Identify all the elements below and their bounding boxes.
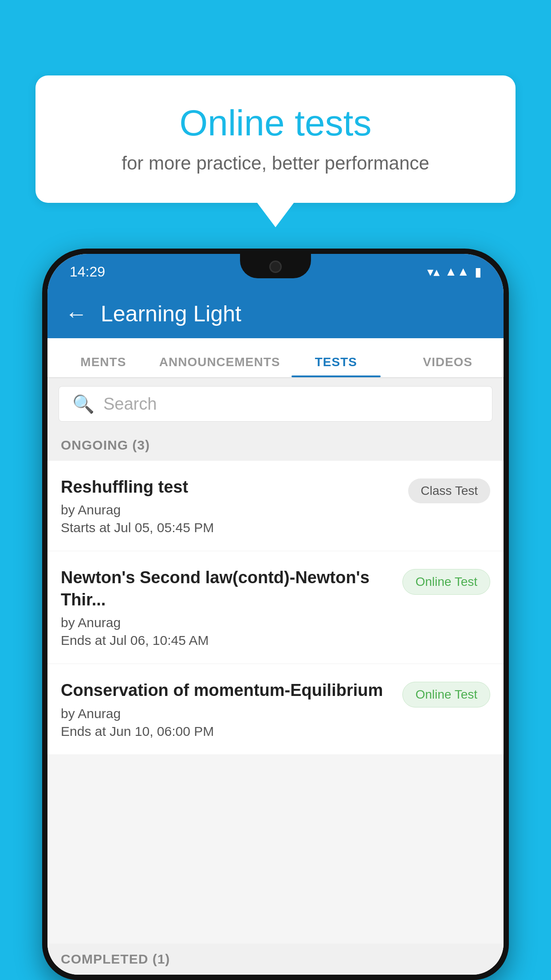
completed-label: COMPLETED (1) bbox=[61, 952, 170, 966]
battery-icon: ▮ bbox=[475, 265, 481, 279]
search-input[interactable]: Search bbox=[103, 395, 157, 414]
bubble-subtitle: for more practice, better performance bbox=[62, 153, 489, 174]
test-badge-2: Online Test bbox=[402, 569, 490, 595]
app-bar: ← Learning Light bbox=[47, 289, 504, 338]
search-bar[interactable]: 🔍 Search bbox=[59, 386, 492, 422]
test-date-1: Starts at Jul 05, 05:45 PM bbox=[61, 520, 399, 535]
status-bar: 14:29 ▾▴ ▲▲ ▮ bbox=[47, 254, 504, 289]
test-name-2: Newton's Second law(contd)-Newton's Thir… bbox=[61, 567, 394, 611]
signal-icon: ▲▲ bbox=[445, 265, 469, 279]
search-icon: 🔍 bbox=[72, 394, 94, 415]
test-name-3: Conservation of momentum-Equilibrium bbox=[61, 680, 394, 701]
search-container: 🔍 Search bbox=[47, 378, 504, 430]
test-date-2: Ends at Jul 06, 10:45 AM bbox=[61, 633, 394, 648]
test-badge-3: Online Test bbox=[402, 682, 490, 707]
wifi-icon: ▾▴ bbox=[427, 265, 440, 279]
bubble-title: Online tests bbox=[62, 102, 489, 144]
test-item-2[interactable]: Newton's Second law(contd)-Newton's Thir… bbox=[47, 551, 504, 664]
ongoing-section-header: ONGOING (3) bbox=[47, 430, 504, 461]
camera bbox=[269, 261, 282, 273]
app-title: Learning Light bbox=[101, 301, 241, 327]
tab-announcements[interactable]: ANNOUNCEMENTS bbox=[159, 355, 280, 377]
phone-notch bbox=[240, 254, 311, 278]
tab-videos[interactable]: VIDEOS bbox=[392, 355, 504, 377]
back-button[interactable]: ← bbox=[65, 303, 87, 325]
test-badge-1: Class Test bbox=[408, 478, 490, 503]
tab-tests[interactable]: TESTS bbox=[280, 355, 392, 377]
completed-section-header: COMPLETED (1) bbox=[47, 944, 504, 975]
phone-screen: 14:29 ▾▴ ▲▲ ▮ ← Learning Light MENTS ANN… bbox=[47, 254, 504, 975]
test-author-1: by Anurag bbox=[61, 502, 399, 518]
test-author-3: by Anurag bbox=[61, 706, 394, 721]
ongoing-label: ONGOING (3) bbox=[61, 438, 150, 452]
test-date-3: Ends at Jun 10, 06:00 PM bbox=[61, 724, 394, 739]
test-author-2: by Anurag bbox=[61, 615, 394, 630]
status-icons: ▾▴ ▲▲ ▮ bbox=[427, 265, 481, 279]
test-info-2: Newton's Second law(contd)-Newton's Thir… bbox=[61, 567, 402, 648]
test-item-3[interactable]: Conservation of momentum-Equilibrium by … bbox=[47, 664, 504, 755]
speech-bubble: Online tests for more practice, better p… bbox=[35, 75, 516, 203]
test-item-1[interactable]: Reshuffling test by Anurag Starts at Jul… bbox=[47, 461, 504, 551]
test-info-3: Conservation of momentum-Equilibrium by … bbox=[61, 680, 402, 739]
test-list: Reshuffling test by Anurag Starts at Jul… bbox=[47, 461, 504, 755]
phone-frame: 14:29 ▾▴ ▲▲ ▮ ← Learning Light MENTS ANN… bbox=[42, 249, 509, 980]
tab-assignments[interactable]: MENTS bbox=[47, 355, 159, 377]
tabs-bar: MENTS ANNOUNCEMENTS TESTS VIDEOS bbox=[47, 338, 504, 378]
status-time: 14:29 bbox=[70, 264, 105, 280]
test-name-1: Reshuffling test bbox=[61, 476, 399, 498]
test-info-1: Reshuffling test by Anurag Starts at Jul… bbox=[61, 476, 408, 535]
